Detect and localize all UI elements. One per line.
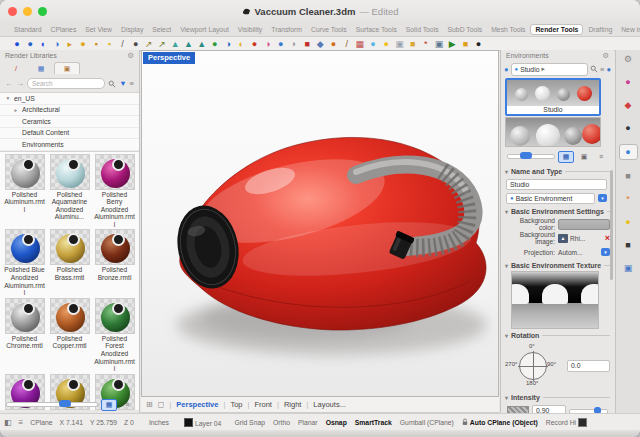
new-viewport-icon[interactable]: ⊞ xyxy=(146,400,153,409)
grid-view-button[interactable]: ▦ xyxy=(101,399,117,411)
dot-icon[interactable]: ● xyxy=(78,39,88,49)
rotation-dial[interactable]: 0° 90° 180° 270° xyxy=(505,343,563,389)
snapshot-icon[interactable]: ◆ xyxy=(620,98,637,112)
menu-icon[interactable]: ≡ xyxy=(130,79,134,88)
tab-mesh-tools[interactable]: Mesh Tools xyxy=(487,25,529,34)
section-name-and-type[interactable]: Name and Type xyxy=(511,168,562,175)
right-panel-gear-icon[interactable]: ⚙ xyxy=(602,51,609,60)
section-intensity[interactable]: Intensity xyxy=(511,394,540,401)
tab-display[interactable]: Display xyxy=(117,25,147,34)
viewport-tab-layouts[interactable]: Layouts... xyxy=(313,400,346,409)
right-panel-scrollbar[interactable] xyxy=(610,170,613,280)
tab-visibility[interactable]: Visibility xyxy=(234,25,266,34)
viewport-warn-icon[interactable]: ■ xyxy=(460,39,470,49)
tab-curve-tools[interactable]: Curve Tools xyxy=(307,25,351,34)
material-item[interactable]: Polished Forest Anodized Aluminum.rmtl xyxy=(93,298,136,373)
rendering-panel-icon[interactable]: ▣ xyxy=(620,261,637,275)
tab-standard[interactable]: Standard xyxy=(10,25,46,34)
panel-gear-icon[interactable]: ⚙ xyxy=(620,52,637,66)
tree-item-environments[interactable]: Environments xyxy=(0,139,139,151)
env-thumbnail-size-slider[interactable] xyxy=(507,154,555,159)
tree-item-architectural[interactable]: ▸Architectural xyxy=(0,105,139,117)
material-item[interactable]: Polished Berry Anodized Aluminum.rmtl xyxy=(93,154,136,229)
brush-tab-icon[interactable]: / xyxy=(4,63,28,74)
viewport-tab-perspective[interactable]: Perspective xyxy=(176,400,218,409)
title-bar[interactable]: Vaccuum Cleaner.3dm — Edited xyxy=(0,0,640,23)
environments-panel-icon[interactable]: ● xyxy=(619,144,638,160)
tag-icon[interactable]: ▪ xyxy=(91,39,101,49)
viewport-play-icon[interactable]: ▶ xyxy=(447,39,457,49)
tab-viewport-layout[interactable]: Viewport Layout xyxy=(176,25,233,34)
lights-panel-icon[interactable]: ● xyxy=(620,215,637,229)
layer-indicator[interactable]: Layer 04 xyxy=(184,418,221,427)
left-panel-gear-icon[interactable]: ⚙ xyxy=(127,51,134,60)
background-color-swatch[interactable] xyxy=(558,219,610,230)
env-detail-view-button[interactable]: ▣ xyxy=(577,152,591,162)
panel-red-icon[interactable]: ■ xyxy=(302,39,312,49)
maximize-viewport-icon[interactable]: ◻ xyxy=(158,400,165,409)
material-item[interactable]: Polished Brass.rmtl xyxy=(48,229,91,296)
filter-funnel-icon[interactable]: ▼ xyxy=(119,79,126,88)
camera-panel-icon[interactable]: ■ xyxy=(620,238,637,252)
tree-item-en-us[interactable]: ▾en_US xyxy=(0,93,139,105)
rotation-dial-circle[interactable] xyxy=(519,352,547,380)
screen-icon[interactable]: ▣ xyxy=(394,39,404,49)
shield-icon[interactable]: ◆ xyxy=(315,39,325,49)
material-item[interactable]: Polished Blue Anodized Aluminum.rmtl xyxy=(3,229,46,296)
viewport-frame-icon[interactable]: ▣ xyxy=(434,39,444,49)
decal-arrow2-icon[interactable]: ↗ xyxy=(157,39,167,49)
spray-icon[interactable]: ● xyxy=(131,39,141,49)
viewport-tab-right[interactable]: Right xyxy=(284,400,302,409)
libraries-tab-icon[interactable]: ▣ xyxy=(54,62,80,74)
background-image-value[interactable]: Rhi... xyxy=(570,235,585,242)
materials-tab-icon[interactable]: ▦ xyxy=(29,63,53,74)
status-toggle-record-hi[interactable]: Record Hi xyxy=(546,418,587,427)
tree-item-default-content[interactable]: Default Content xyxy=(0,128,139,140)
render-icon[interactable]: ● xyxy=(12,39,22,49)
environment-name-field[interactable]: Studio xyxy=(506,179,607,190)
search-icon[interactable] xyxy=(108,80,116,88)
cplane-indicator[interactable]: CPlane xyxy=(30,419,52,426)
material-item[interactable]: Polished Bronze.rmtl xyxy=(93,229,136,296)
widget-arrow-icon[interactable]: ▲ xyxy=(170,39,180,49)
environment-type-dropdown[interactable]: ● Basic Environment xyxy=(506,193,595,204)
env-search-icon[interactable] xyxy=(590,65,598,73)
display-color-wheel-icon[interactable]: ● xyxy=(620,75,637,89)
pencil2-icon[interactable]: / xyxy=(342,39,352,49)
status-toggle-gumball-cplane[interactable]: Gumball (CPlane) xyxy=(400,419,454,426)
section-basic-env-texture[interactable]: Basic Environment Texture xyxy=(511,262,601,269)
status-toggle-ortho[interactable]: Ortho xyxy=(273,419,290,426)
section-basic-env-settings[interactable]: Basic Environment Settings xyxy=(511,208,604,215)
thumbnail-size-slider[interactable] xyxy=(6,402,98,407)
annotate-flag-icon[interactable]: ▸ xyxy=(65,39,75,49)
forward-arrow-icon[interactable]: → xyxy=(16,79,24,88)
tab-drafting[interactable]: Drafting xyxy=(584,25,616,34)
dice-icon[interactable]: ● xyxy=(474,39,484,49)
status-toggle-smarttrack[interactable]: SmartTrack xyxy=(355,419,392,426)
moon-icon[interactable]: ◗ xyxy=(289,39,299,49)
viewport-tab-front[interactable]: Front xyxy=(254,400,272,409)
tab-surface-tools[interactable]: Surface Tools xyxy=(352,25,401,34)
earth-icon[interactable]: ● xyxy=(210,39,220,49)
projection-value[interactable]: Autom... xyxy=(558,249,598,256)
tab-solid-tools[interactable]: Solid Tools xyxy=(402,25,443,34)
water-drop-icon[interactable]: ● xyxy=(368,39,378,49)
projection-stepper-button[interactable]: ▾ xyxy=(601,248,610,256)
globe-icon[interactable]: ● xyxy=(276,39,286,49)
sun-panel-icon[interactable]: * xyxy=(620,192,637,206)
ladybug-icon[interactable]: ● xyxy=(249,39,259,49)
env-menu-icon[interactable]: ≡ xyxy=(600,65,604,74)
env-list-view-button[interactable]: ≡ xyxy=(594,152,608,162)
library-search-input[interactable]: Search xyxy=(27,78,105,89)
lock-toggle-icon[interactable]: ▪ xyxy=(104,39,114,49)
status-toggle-auto-cplane-object[interactable]: Auto CPlane (Object) xyxy=(462,418,538,426)
materials-panel-icon[interactable]: ● xyxy=(620,121,637,135)
tab-select[interactable]: Select xyxy=(148,25,175,34)
tab-set-view[interactable]: Set View xyxy=(81,25,116,34)
rotation-value-field[interactable]: 0.0 xyxy=(567,360,610,372)
tab-render-tools[interactable]: Render Tools xyxy=(530,24,583,35)
back-arrow-icon[interactable]: ← xyxy=(5,79,13,88)
tab-transform[interactable]: Transform xyxy=(267,25,306,34)
type-stepper-button[interactable]: ▾ xyxy=(598,194,607,202)
widget-arrow2-icon[interactable]: ▲ xyxy=(183,39,193,49)
